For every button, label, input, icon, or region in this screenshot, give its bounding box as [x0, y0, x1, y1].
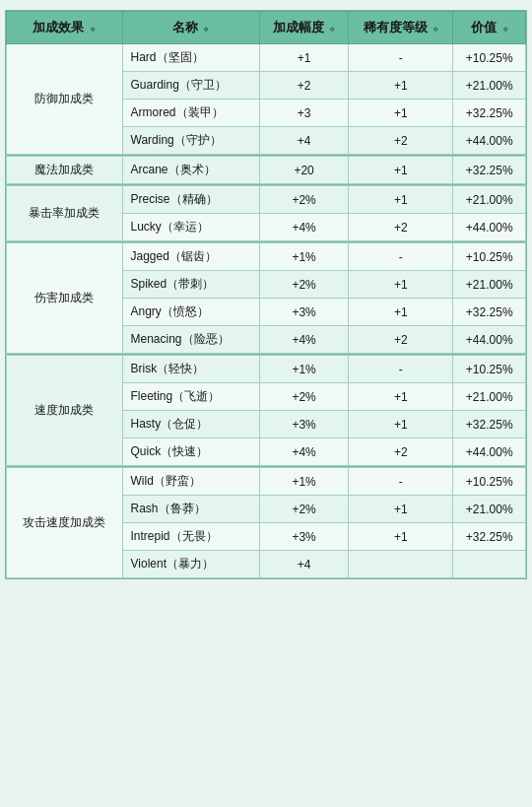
enchant-name: Precise（精确）: [122, 186, 259, 214]
enchant-value: +32.25%: [453, 100, 526, 127]
enchant-value: +10.25%: [453, 468, 526, 496]
enchantment-table: 加成效果 ⬦ 名称 ⬦ 加成幅度 ⬦ 稀有度等级 ⬦ 价值 ⬦: [5, 10, 527, 579]
table-row: 暴击率加成类Precise（精确）+2%+1+21.00%: [7, 186, 526, 214]
enchant-value: [453, 551, 526, 578]
enchant-name: Intrepid（无畏）: [122, 523, 259, 551]
enchant-magnitude: +2%: [259, 383, 348, 411]
category-cell: 伤害加成类: [7, 243, 123, 354]
enchant-name: Warding（守护）: [122, 127, 259, 155]
enchant-name: Jagged（锯齿）: [122, 243, 259, 271]
category-cell: 暴击率加成类: [7, 186, 123, 241]
enchant-magnitude: +1: [259, 44, 348, 72]
enchant-magnitude: +4: [259, 551, 348, 578]
enchant-magnitude: +4: [259, 127, 348, 155]
enchant-name: Menacing（险恶）: [122, 326, 259, 354]
enchant-value: +10.25%: [453, 243, 526, 271]
enchant-magnitude: +4%: [259, 326, 348, 354]
enchant-name: Armored（装甲）: [122, 100, 259, 127]
enchant-rarity: +1: [349, 411, 453, 438]
col-magnitude-sort-icon: ⬦: [329, 23, 335, 34]
col-value-sort-icon: ⬦: [502, 23, 508, 34]
enchant-magnitude: +1%: [259, 356, 348, 383]
enchant-magnitude: +3: [259, 100, 348, 127]
col-rarity-label: 稀有度等级: [364, 20, 428, 34]
enchant-rarity: +1: [349, 496, 453, 523]
enchant-name: Lucky（幸运）: [122, 214, 259, 241]
enchant-rarity: +1: [349, 72, 453, 100]
enchant-rarity: +1: [349, 383, 453, 411]
enchant-rarity: [349, 551, 453, 578]
enchant-rarity: +1: [349, 186, 453, 214]
enchant-value: +44.00%: [453, 127, 526, 155]
enchant-name: Fleeting（飞逝）: [122, 383, 259, 411]
enchant-rarity: -: [349, 243, 453, 271]
enchant-value: +32.25%: [453, 411, 526, 438]
enchant-value: +21.00%: [453, 496, 526, 523]
col-magnitude-label: 加成幅度: [273, 20, 324, 34]
enchant-rarity: -: [349, 356, 453, 383]
enchant-magnitude: +1%: [259, 243, 348, 271]
enchant-rarity: -: [349, 468, 453, 496]
enchant-name: Rash（鲁莽）: [122, 496, 259, 523]
enchant-value: +21.00%: [453, 271, 526, 299]
category-cell: 速度加成类: [7, 356, 123, 466]
category-cell: 防御加成类: [7, 44, 123, 155]
table-row: 速度加成类Brisk（轻快）+1%-+10.25%: [7, 356, 526, 383]
col-header-name[interactable]: 名称 ⬦: [122, 12, 259, 44]
enchant-value: +32.25%: [453, 157, 526, 184]
enchant-name: Arcane（奥术）: [122, 157, 259, 184]
enchant-name: Violent（暴力）: [122, 551, 259, 578]
enchant-rarity: +1: [349, 157, 453, 184]
enchant-name: Hasty（仓促）: [122, 411, 259, 438]
enchant-value: +21.00%: [453, 186, 526, 214]
enchant-value: +32.25%: [453, 523, 526, 551]
col-name-sort-icon: ⬦: [203, 23, 209, 34]
enchant-value: +10.25%: [453, 44, 526, 72]
enchant-name: Hard（坚固）: [122, 44, 259, 72]
enchant-name: Wild（野蛮）: [122, 468, 259, 496]
enchant-value: +10.25%: [453, 356, 526, 383]
enchant-rarity: -: [349, 44, 453, 72]
enchant-magnitude: +2%: [259, 186, 348, 214]
enchant-rarity: +1: [349, 100, 453, 127]
col-category-label: 加成效果: [33, 20, 84, 34]
col-header-rarity[interactable]: 稀有度等级 ⬦: [349, 12, 453, 44]
enchant-name: Brisk（轻快）: [122, 356, 259, 383]
col-header-category[interactable]: 加成效果 ⬦: [7, 12, 123, 44]
enchant-value: +32.25%: [453, 299, 526, 326]
enchant-magnitude: +3%: [259, 411, 348, 438]
enchant-value: +44.00%: [453, 438, 526, 466]
col-name-label: 名称: [172, 20, 198, 34]
enchant-magnitude: +3%: [259, 299, 348, 326]
col-value-label: 价值: [471, 20, 497, 34]
enchant-rarity: +2: [349, 438, 453, 466]
col-header-value[interactable]: 价值 ⬦: [453, 12, 526, 44]
enchant-name: Quick（快速）: [122, 438, 259, 466]
enchant-rarity: +2: [349, 127, 453, 155]
table-row: 魔法加成类Arcane（奥术）+20+1+32.25%: [7, 157, 526, 184]
enchant-magnitude: +20: [259, 157, 348, 184]
enchant-rarity: +1: [349, 299, 453, 326]
enchant-magnitude: +1%: [259, 468, 348, 496]
col-header-magnitude[interactable]: 加成幅度 ⬦: [259, 12, 348, 44]
col-rarity-sort-icon: ⬦: [432, 23, 438, 34]
category-cell: 魔法加成类: [7, 157, 123, 184]
enchant-magnitude: +4%: [259, 438, 348, 466]
enchant-value: +44.00%: [453, 214, 526, 241]
enchant-rarity: +2: [349, 214, 453, 241]
enchant-name: Angry（愤怒）: [122, 299, 259, 326]
enchant-value: +21.00%: [453, 383, 526, 411]
enchant-name: Spiked（带刺）: [122, 271, 259, 299]
enchant-rarity: +1: [349, 271, 453, 299]
enchant-rarity: +2: [349, 326, 453, 354]
enchant-value: +21.00%: [453, 72, 526, 100]
enchant-magnitude: +2%: [259, 271, 348, 299]
enchant-magnitude: +2%: [259, 496, 348, 523]
enchant-magnitude: +2: [259, 72, 348, 100]
category-cell: 攻击速度加成类: [7, 468, 123, 578]
table-row: 攻击速度加成类Wild（野蛮）+1%-+10.25%: [7, 468, 526, 496]
enchant-rarity: +1: [349, 523, 453, 551]
enchant-value: +44.00%: [453, 326, 526, 354]
table-row: 伤害加成类Jagged（锯齿）+1%-+10.25%: [7, 243, 526, 271]
col-category-sort-icon: ⬦: [90, 23, 96, 34]
